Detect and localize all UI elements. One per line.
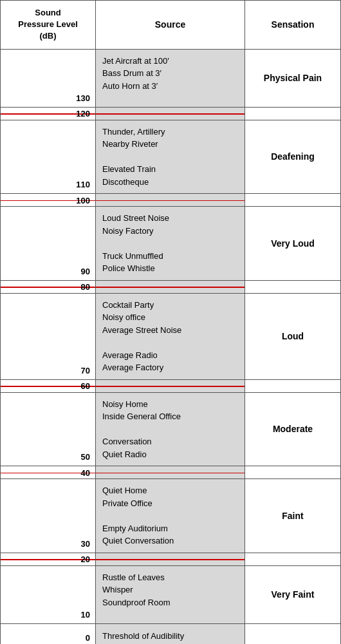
red-line-source-40 bbox=[96, 473, 244, 474]
sensation-col-60 bbox=[245, 380, 340, 392]
sensation-col-120 bbox=[245, 108, 340, 120]
sensation-label: Physical Pain bbox=[264, 73, 322, 83]
spl-value-80: 80 bbox=[81, 282, 90, 292]
spl-value-50: 50 bbox=[81, 452, 90, 462]
source-line: Truck Unmuffled bbox=[102, 251, 163, 261]
source-col-10: Rustle of Leaves Whisper Soundproof Room bbox=[96, 566, 245, 623]
sensation-label: Loud bbox=[282, 331, 304, 341]
sensation-col-80 bbox=[245, 281, 340, 293]
spl-value-20: 20 bbox=[81, 554, 90, 564]
red-line-source-20 bbox=[96, 559, 244, 560]
source-line: Threshold of Audibility bbox=[102, 630, 184, 643]
spl-col-50: 50 bbox=[1, 393, 96, 466]
spl-col-20: 20 bbox=[1, 553, 96, 565]
spl-col-90: 90 bbox=[1, 207, 96, 280]
source-col-100 bbox=[96, 194, 245, 206]
spl-value-10: 10 bbox=[81, 610, 90, 620]
source-line: Soundproof Room bbox=[102, 598, 170, 607]
sensation-col-20 bbox=[245, 553, 340, 565]
red-line-source-100 bbox=[96, 200, 244, 202]
source-col-0: Threshold of Audibility bbox=[96, 624, 245, 644]
spl-value-60: 60 bbox=[81, 381, 90, 391]
source-line: Average Factory bbox=[102, 363, 163, 372]
sensation-col-0 bbox=[245, 624, 340, 644]
sensation-col-70: Loud bbox=[245, 294, 340, 379]
source-line: Average Radio bbox=[102, 350, 158, 360]
source-col-30: Quiet Home Private Office Empty Auditori… bbox=[96, 479, 245, 553]
source-line: Nearby Riveter bbox=[102, 139, 158, 149]
source-line: Quiet Home bbox=[102, 486, 147, 495]
sensation-label: Moderate bbox=[273, 424, 313, 434]
source-col-110: Thunder, Artillery Nearby Riveter Elevat… bbox=[96, 120, 245, 194]
source-col-20 bbox=[96, 553, 245, 565]
source-line: Thunder, Artillery bbox=[102, 127, 165, 137]
source-line: Elevated Train bbox=[102, 164, 156, 174]
source-col-80 bbox=[96, 281, 245, 293]
section-20: 20 bbox=[1, 553, 340, 566]
source-line: Quiet Conversation bbox=[102, 536, 174, 545]
sensation-col-110: Deafening bbox=[245, 120, 340, 194]
section-120: 120 bbox=[1, 108, 340, 120]
source-line: Cocktail Party bbox=[102, 300, 154, 310]
sensation-col-50: Moderate bbox=[245, 393, 340, 466]
spl-value-30: 30 bbox=[81, 539, 90, 549]
spl-col-80: 80 bbox=[1, 281, 96, 293]
sound-pressure-table: SoundPressure Level(dB) Source Sensation… bbox=[0, 0, 341, 644]
source-line: Noisy Home bbox=[102, 399, 148, 409]
spl-col-30: 30 bbox=[1, 479, 96, 553]
source-col-70: Cocktail Party Noisy office Average Stre… bbox=[96, 294, 245, 379]
spl-value-110: 110 bbox=[76, 180, 90, 189]
section-130: 130 Jet Aircraft at 100′ Bass Drum at 3′… bbox=[1, 50, 340, 108]
sensation-col-30: Faint bbox=[245, 479, 340, 553]
sensation-col-40 bbox=[245, 466, 340, 478]
sensation-col-10: Very Faint bbox=[245, 566, 340, 623]
source-line: Whisper bbox=[102, 585, 133, 594]
spl-value-70: 70 bbox=[81, 366, 90, 375]
spl-col-0: 0 bbox=[1, 624, 96, 644]
spl-col-10: 10 bbox=[1, 566, 96, 623]
sensation-col-130: Physical Pain bbox=[245, 50, 340, 107]
source-col-90: Loud Street Noise Noisy Factory Truck Un… bbox=[96, 207, 245, 280]
sensation-label: Deafening bbox=[271, 151, 315, 162]
section-80: 80 bbox=[1, 281, 340, 294]
section-10: 10 Rustle of Leaves Whisper Soundproof R… bbox=[1, 566, 340, 624]
source-line: Police Whistle bbox=[102, 263, 155, 273]
red-line-source-120 bbox=[96, 113, 244, 115]
spl-value-130: 130 bbox=[76, 93, 90, 103]
source-col-130: Jet Aircraft at 100′ Bass Drum at 3′ Aut… bbox=[96, 50, 245, 107]
table-header: SoundPressure Level(dB) Source Sensation bbox=[1, 1, 340, 50]
section-100: 100 bbox=[1, 194, 340, 207]
header-source: Source bbox=[96, 1, 245, 49]
source-line: Jet Aircraft at 100′ bbox=[102, 56, 169, 66]
source-col-40 bbox=[96, 466, 245, 478]
spl-col-110: 110 bbox=[1, 120, 96, 194]
spl-col-70: 70 bbox=[1, 294, 96, 379]
source-line: Inside General Office bbox=[102, 412, 181, 421]
source-line: Rustle of Leaves bbox=[102, 573, 165, 582]
source-line: Loud Street Noise bbox=[102, 213, 169, 223]
spl-value-40: 40 bbox=[81, 468, 90, 477]
spl-col-130: 130 bbox=[1, 50, 96, 107]
source-line: Average Street Noise bbox=[102, 325, 181, 335]
source-line: Bass Drum at 3′ bbox=[102, 68, 161, 78]
section-70: 70 Cocktail Party Noisy office Average S… bbox=[1, 294, 340, 380]
header-spl: SoundPressure Level(dB) bbox=[1, 1, 96, 49]
source-line: Quiet Radio bbox=[102, 450, 147, 459]
source-line: Noisy Factory bbox=[102, 226, 153, 236]
source-line: Discotheque bbox=[102, 177, 149, 187]
section-60: 60 bbox=[1, 380, 340, 393]
red-line-source-60 bbox=[96, 386, 244, 387]
header-sensation: Sensation bbox=[245, 1, 340, 49]
sensation-label: Faint bbox=[282, 511, 303, 521]
source-line: Noisy office bbox=[102, 312, 145, 322]
source-line: Auto Horn at 3′ bbox=[102, 81, 158, 91]
spl-value-120: 120 bbox=[76, 109, 90, 118]
sensation-col-90: Very Loud bbox=[245, 207, 340, 280]
source-line: Private Office bbox=[102, 498, 152, 508]
section-40: 40 bbox=[1, 466, 340, 479]
spl-col-60: 60 bbox=[1, 380, 96, 392]
red-line-source-80 bbox=[96, 287, 244, 288]
section-50: 50 Noisy Home Inside General Office Conv… bbox=[1, 393, 340, 467]
sensation-label: Very Loud bbox=[271, 238, 315, 249]
spl-value-90: 90 bbox=[81, 267, 90, 276]
